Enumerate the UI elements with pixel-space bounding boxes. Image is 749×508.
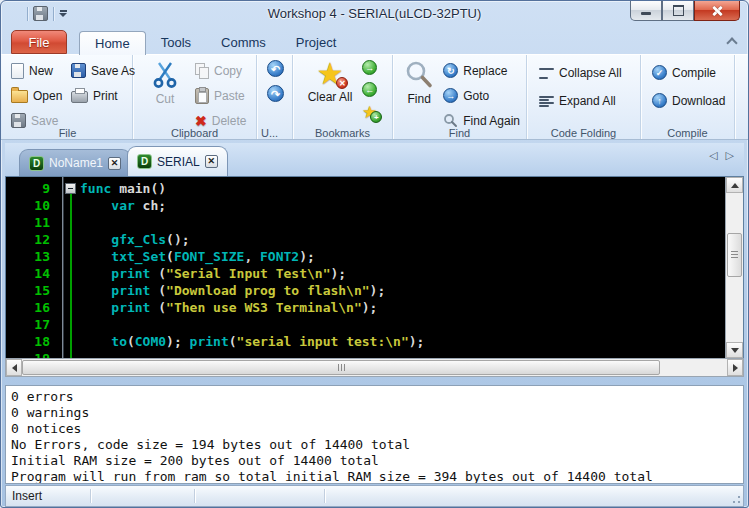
editor-horizontal-scrollbar[interactable]	[5, 358, 744, 377]
collapse-lines-icon	[539, 68, 554, 79]
ribbon-tab-row: File Home Tools Comms Project	[1, 28, 748, 54]
vertical-scroll-thumb[interactable]	[727, 233, 742, 277]
tab-scroll-buttons: ◁ ▷	[709, 149, 734, 162]
cut-button[interactable]: Cut	[138, 58, 192, 133]
group-label-clipboard: Clipboard	[133, 127, 256, 139]
copy-pages-icon	[195, 63, 209, 78]
replace-button[interactable]: ↻Replace	[440, 58, 523, 83]
ribbon-tab-home[interactable]: Home	[79, 31, 146, 55]
up-arrow-icon	[731, 183, 739, 188]
paste-clipboard-icon	[195, 88, 209, 104]
replace-icon: ↻	[443, 63, 458, 78]
scroll-right-button[interactable]	[727, 359, 743, 376]
pane-splitter[interactable]	[5, 377, 744, 385]
horizontal-scroll-thumb[interactable]	[22, 360, 660, 375]
code-editor[interactable]: 9func main()10 var ch;1112 gfx_Cls();13 …	[6, 177, 725, 358]
scroll-left-button[interactable]	[6, 359, 22, 376]
output-line: Initial RAM size = 200 bytes out of 1440…	[11, 453, 738, 469]
tab-close-icon[interactable]: ✕	[108, 157, 121, 170]
open-folder-icon	[11, 90, 28, 103]
group-label-bookmarks: Bookmarks	[293, 127, 392, 139]
ribbon-tab-tools[interactable]: Tools	[146, 31, 206, 54]
compile-button[interactable]: ✓Compile	[649, 60, 731, 85]
output-line: 0 notices	[11, 421, 738, 437]
editor-vertical-scrollbar[interactable]	[725, 177, 743, 358]
fold-collapse-box-icon[interactable]	[65, 183, 76, 194]
scroll-up-button[interactable]	[726, 177, 743, 193]
download-up-arrow-icon: ↑	[652, 93, 667, 108]
ribbon-group-code-folding: Collapse All Expand All Code Folding	[527, 55, 641, 139]
document-tab-noname1[interactable]: D NoName1 ✕	[19, 149, 131, 176]
printer-icon	[71, 91, 88, 103]
expand-lines-icon	[539, 96, 554, 107]
redo-button[interactable]: ↷	[267, 85, 284, 102]
collapse-all-button[interactable]: Collapse All	[536, 60, 637, 85]
output-line: 0 warnings	[11, 405, 738, 421]
ribbon-group-find: Find ↻Replace →Goto Find Again Find	[393, 55, 527, 139]
titlebar: Workshop 4 - SERIAL(uLCD-32PTU)	[1, 1, 748, 28]
scroll-tabs-left-icon[interactable]: ◁	[709, 149, 717, 162]
new-button[interactable]: New	[8, 58, 68, 83]
add-bookmark-button[interactable]: ★+	[362, 104, 377, 122]
copy-button[interactable]: Copy	[192, 58, 249, 83]
code-line: 14 print ("Serial Input Test\n");	[6, 265, 725, 282]
scissors-icon	[151, 60, 179, 90]
maximize-icon	[673, 5, 684, 16]
code-line: 19	[6, 350, 725, 358]
clear-all-bookmarks-button[interactable]: ★✕ Clear All	[298, 58, 362, 122]
compiler-output-pane: 0 errors0 warnings0 noticesNo Errors, co…	[5, 385, 744, 484]
expand-all-button[interactable]: Expand All	[536, 88, 637, 113]
gutter-divider	[62, 177, 63, 358]
ribbon-group-bookmarks: ★✕ Clear All → ← ★+ Bookmarks	[293, 55, 393, 139]
save-as-button[interactable]: Save As	[68, 58, 134, 83]
ribbon-tab-project[interactable]: Project	[281, 31, 351, 54]
statusbar-separator	[90, 489, 91, 503]
ribbon-tab-file[interactable]: File	[11, 30, 67, 54]
left-arrow-icon	[12, 364, 17, 372]
previous-bookmark-button[interactable]: ←	[362, 82, 377, 97]
tab-close-icon[interactable]: ✕	[205, 155, 218, 168]
document-tab-bar: D NoName1 ✕ D SERIAL ✕ ◁ ▷	[5, 143, 744, 176]
group-label-code-folding: Code Folding	[527, 127, 640, 139]
scroll-down-button[interactable]	[726, 342, 743, 358]
4d-document-icon: D	[29, 156, 44, 171]
maximize-button[interactable]	[662, 1, 694, 21]
redo-icon: ↷	[271, 88, 280, 100]
arrow-right-icon: →	[365, 63, 374, 73]
ribbon-group-compile: ✓Compile ↑Download Compile	[641, 55, 735, 139]
goto-button[interactable]: →Goto	[440, 83, 523, 108]
code-line: 17	[6, 316, 725, 333]
statusbar-separator	[324, 489, 325, 503]
document-tab-serial[interactable]: D SERIAL ✕	[127, 146, 228, 176]
minimize-button[interactable]	[630, 1, 662, 21]
editor-region: 9func main()10 var ch;1112 gfx_Cls();13 …	[5, 176, 744, 358]
group-label-compile: Compile	[641, 127, 734, 139]
print-button[interactable]: Print	[68, 83, 134, 108]
output-line: No Errors, code size = 194 bytes out of …	[11, 437, 738, 453]
group-label-undo: U...	[257, 127, 292, 139]
scroll-tabs-right-icon[interactable]: ▷	[726, 149, 734, 162]
paste-button[interactable]: Paste	[192, 83, 249, 108]
code-line: 15 print ("Download prog to flash\n");	[6, 282, 725, 299]
close-button[interactable]	[694, 1, 740, 21]
undo-button[interactable]: ↶	[267, 60, 284, 77]
code-line: 12 gfx_Cls();	[6, 231, 725, 248]
new-document-icon	[11, 63, 24, 79]
next-bookmark-button[interactable]: →	[362, 60, 377, 75]
output-line: Program will run from ram so total initi…	[11, 469, 738, 484]
minimize-ribbon-chevron-icon[interactable]	[728, 37, 736, 45]
find-button[interactable]: Find	[398, 58, 440, 133]
resize-grip[interactable]	[729, 492, 741, 504]
download-button[interactable]: ↑Download	[649, 88, 731, 113]
undo-icon: ↶	[271, 63, 280, 75]
code-line: 9func main()	[6, 180, 725, 197]
magnifier-icon	[404, 60, 434, 90]
ribbon-tab-comms[interactable]: Comms	[206, 31, 281, 54]
status-bar: Insert	[5, 485, 744, 507]
open-button[interactable]: Open	[8, 83, 68, 108]
code-line: 10 var ch;	[6, 197, 725, 214]
ribbon: New Save As Open Print Save File Cut	[1, 54, 748, 140]
minimize-icon	[641, 12, 651, 15]
code-line: 13 txt_Set(FONT_SIZE, FONT2);	[6, 248, 725, 265]
code-line: 11	[6, 214, 725, 231]
